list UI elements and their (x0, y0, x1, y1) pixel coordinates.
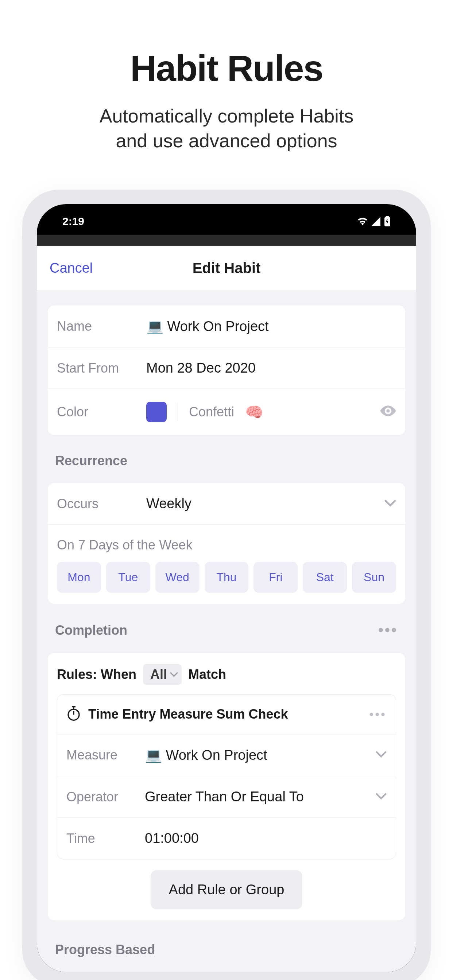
status-icons (357, 216, 391, 226)
device-frame: 2:19 Cancel Edit Habit Name 💻 Work On Pr… (22, 189, 431, 980)
eye-icon[interactable] (380, 404, 396, 420)
measure-row[interactable]: Measure 💻 Work On Project (57, 734, 396, 776)
chevron-down-icon (376, 793, 387, 801)
progress-based-header: Progress Based (55, 942, 398, 958)
svg-point-2 (68, 710, 79, 721)
rule-title: Time Entry Measure Sum Check (88, 706, 362, 722)
operator-row[interactable]: Operator Greater Than Or Equal To (57, 776, 396, 818)
rule-more-icon[interactable]: ••• (369, 707, 387, 722)
more-icon[interactable]: ••• (378, 622, 398, 638)
color-row[interactable]: Color Confetti 🧠 (48, 389, 405, 435)
hidden-bar (37, 235, 416, 246)
days-label: On 7 Days of the Week (48, 525, 405, 562)
day-tue[interactable]: Tue (106, 562, 150, 593)
occurs-label: Occurs (57, 496, 146, 512)
name-value: 💻 Work On Project (146, 318, 396, 334)
add-rule-button[interactable]: Add Rule or Group (151, 870, 303, 909)
match-mode-dropdown[interactable]: All (143, 664, 182, 685)
chevron-down-icon (170, 672, 178, 677)
status-time: 2:19 (62, 215, 84, 228)
match-suffix: Match (188, 667, 226, 682)
measure-label: Measure (66, 748, 145, 763)
start-from-row[interactable]: Start From Mon 28 Dec 2020 (48, 347, 405, 389)
recurrence-card: Occurs Weekly On 7 Days of the Week Mon … (48, 483, 405, 604)
completion-card: Rules: When All Match Time Entry Measure… (48, 653, 405, 920)
battery-icon (384, 216, 391, 226)
header-bar: Cancel Edit Habit (37, 246, 416, 291)
days-row: Mon Tue Wed Thu Fri Sat Sun (48, 562, 405, 604)
chevron-down-icon (376, 751, 387, 759)
occurs-row[interactable]: Occurs Weekly (48, 483, 405, 525)
wifi-icon (357, 217, 368, 226)
occurs-value: Weekly (146, 496, 384, 512)
day-sat[interactable]: Sat (303, 562, 347, 593)
confetti-emoji[interactable]: 🧠 (245, 404, 263, 421)
divider (178, 403, 178, 421)
day-mon[interactable]: Mon (57, 562, 101, 593)
color-swatch[interactable] (146, 402, 167, 422)
day-sun[interactable]: Sun (352, 562, 396, 593)
color-label: Color (57, 404, 146, 420)
marketing-title: Habit Rules (0, 48, 453, 89)
recurrence-header: Recurrence (55, 453, 398, 468)
time-label: Time (66, 831, 145, 846)
basic-card: Name 💻 Work On Project Start From Mon 28… (48, 305, 405, 435)
device-screen: 2:19 Cancel Edit Habit Name 💻 Work On Pr… (37, 204, 416, 972)
rules-prefix-row: Rules: When All Match (48, 653, 405, 694)
stopwatch-icon (66, 705, 81, 723)
time-row[interactable]: Time 01:00:00 (57, 818, 396, 859)
app-content: Cancel Edit Habit Name 💻 Work On Project… (37, 246, 416, 972)
chevron-down-icon (384, 500, 396, 508)
day-thu[interactable]: Thu (205, 562, 249, 593)
rule-card: Time Entry Measure Sum Check ••• Measure… (57, 694, 396, 859)
signal-icon (372, 217, 380, 226)
name-label: Name (57, 319, 146, 334)
measure-value: 💻 Work On Project (145, 747, 376, 763)
svg-rect-1 (386, 216, 389, 218)
operator-label: Operator (66, 789, 145, 805)
completion-header: Completion ••• (55, 622, 398, 638)
header-title: Edit Habit (193, 260, 261, 276)
start-label: Start From (57, 361, 146, 376)
confetti-label: Confetti (189, 404, 234, 420)
rules-prefix-text: Rules: When (57, 667, 136, 682)
cancel-button[interactable]: Cancel (49, 260, 93, 276)
rule-header: Time Entry Measure Sum Check ••• (57, 695, 396, 734)
time-value: 01:00:00 (145, 830, 387, 846)
day-fri[interactable]: Fri (254, 562, 298, 593)
start-value: Mon 28 Dec 2020 (146, 360, 396, 376)
day-wed[interactable]: Wed (155, 562, 199, 593)
operator-value: Greater Than Or Equal To (145, 789, 376, 805)
marketing-subtitle: Automatically complete Habits and use ad… (0, 104, 453, 153)
name-row[interactable]: Name 💻 Work On Project (48, 305, 405, 347)
status-bar: 2:19 (37, 204, 416, 235)
